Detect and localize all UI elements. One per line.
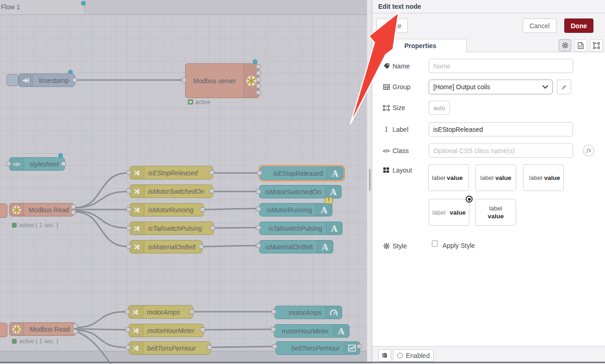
group-select[interactable]: [Home] Output coils [429,80,553,94]
port[interactable] [71,210,76,215]
apply-style-checkbox[interactable] [432,241,438,247]
port[interactable] [256,207,261,211]
node-text-isTailswitchPulsing[interactable]: isTailswitchPulsing A [259,222,343,235]
node-change-motorHourMeter[interactable]: motorHourMeter [129,324,204,337]
port[interactable] [256,243,261,248]
node-text-isEStopReleased[interactable]: isEStopReleased A [260,167,343,180]
node-label: stylesheet [24,160,64,168]
port[interactable] [71,204,76,209]
size-auto-button[interactable]: auto [429,101,450,115]
node-status: active ( 1 sec. ) [12,222,58,228]
text-icon: A [326,222,342,234]
layout-field-label: Layout [383,167,412,174]
port[interactable] [256,71,261,75]
delete-button[interactable]: Delete [376,19,408,33]
appearance-button[interactable] [590,39,603,51]
node-label: motorHourMeter [274,327,333,335]
port[interactable] [73,324,78,328]
port[interactable] [257,171,262,175]
port[interactable] [72,78,77,82]
inject-button[interactable] [6,74,19,86]
node-change-isMaterialOnBelt[interactable]: isMaterialOnBelt [130,240,202,253]
done-button[interactable]: Done [564,19,593,33]
name-input[interactable] [429,59,573,73]
port[interactable] [126,226,131,230]
port[interactable] [256,225,261,230]
node-change-beltTonsPerHour[interactable]: beltTonsPerHour [129,341,211,355]
vertical-scrollbar[interactable] [369,169,371,191]
port[interactable] [272,344,277,349]
port[interactable] [256,189,261,194]
port[interactable] [199,244,204,249]
change-icon [129,324,143,337]
node-text-isMotorSwitchedOn[interactable]: isMotorSwitchedOn A [259,185,342,198]
port[interactable] [181,78,187,82]
port[interactable] [209,170,214,175]
node-label: isMotorRunning [260,206,316,214]
port[interactable] [256,90,261,95]
layout-selected-radio[interactable] [466,196,473,203]
layout-option-right[interactable]: label value [523,164,564,191]
node-red-editor: Flow 1 [0,0,605,364]
gear-button[interactable] [559,39,571,51]
node-change-isEStopReleased[interactable]: isEStopReleased [130,166,213,179]
docs-button[interactable] [378,349,391,362]
node-text-motorHourMeter[interactable]: motorHourMeter A [274,324,349,338]
port[interactable] [126,207,131,212]
port[interactable] [125,327,131,332]
port[interactable] [200,327,205,332]
fx-icon: ƒx [586,148,591,154]
node-change-isMotorRunning[interactable]: isMotorRunning [130,203,204,216]
port[interactable] [357,344,362,349]
port[interactable] [207,345,212,350]
partial-node[interactable] [0,204,7,218]
port[interactable] [125,309,130,314]
enabled-toggle[interactable]: Enabled [393,349,434,362]
tab-properties[interactable]: Properties [374,39,467,52]
port[interactable] [189,309,194,314]
port[interactable] [200,207,205,212]
port[interactable] [126,170,131,175]
port[interactable] [6,161,11,166]
port[interactable] [210,226,215,230]
status-icon [12,223,17,228]
layout-option-center[interactable]: label value [475,164,516,191]
port[interactable] [256,84,261,88]
cancel-button[interactable]: Cancel [523,19,556,33]
label-input[interactable] [429,122,573,136]
tab-flow-1[interactable]: Flow 1 [0,0,85,14]
node-modbus-read-1[interactable]: Modbus Read [9,203,74,216]
node-modbus-read-2[interactable]: Modbus Read [9,322,76,336]
layout-option-left[interactable]: label value [428,164,469,191]
expression-button[interactable]: ƒx [583,145,594,156]
layout-option-spread[interactable]: labelvalue [429,199,469,226]
port[interactable] [209,189,214,193]
edit-group-button[interactable] [557,80,571,94]
flow-canvas[interactable]: timestamp Modbus server active [0,15,367,351]
description-button[interactable] [574,39,587,51]
partial-node[interactable] [0,323,7,337]
port[interactable] [256,64,261,69]
node-gauge-motorAmps[interactable]: motorAmps [274,306,342,319]
node-text-isMotorRunning[interactable]: isMotorRunning A [259,203,332,216]
class-input[interactable] [429,143,573,158]
port[interactable] [271,327,276,332]
node-change-isMotorSwitchedOn[interactable]: isMotorSwitchedOn [130,185,213,198]
change-icon [130,222,144,234]
port[interactable] [271,309,276,314]
layout-option-stacked[interactable]: labelvalue [475,199,516,226]
node-modbus-server[interactable]: Modbus server [185,63,259,98]
node-change-isTailswitchPulsing[interactable]: isTailswitchPulsing [130,222,214,235]
node-inject-timestamp[interactable]: timestamp [19,74,75,87]
port[interactable] [61,161,66,166]
port[interactable] [73,329,78,334]
node-stylesheet[interactable]: </> stylesheet [9,157,65,171]
inject-icon [19,74,33,86]
node-change-motorAmps[interactable]: motorAmps [128,305,193,319]
node-text-isMaterialOnBelt[interactable]: isMaterialOnBelt A [259,240,333,253]
port[interactable] [256,77,261,82]
node-chart-beltTonsPerHour[interactable]: beltTonsPerHour [275,341,360,355]
port[interactable] [126,189,131,193]
port[interactable] [126,244,131,249]
port[interactable] [125,345,131,350]
